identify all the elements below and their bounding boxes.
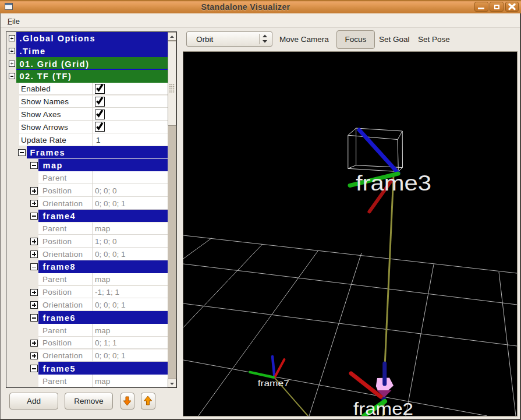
svg-text:frame2: frame2: [353, 400, 413, 417]
svg-text:frame3: frame3: [356, 171, 431, 195]
svg-text:frame7: frame7: [258, 378, 289, 388]
